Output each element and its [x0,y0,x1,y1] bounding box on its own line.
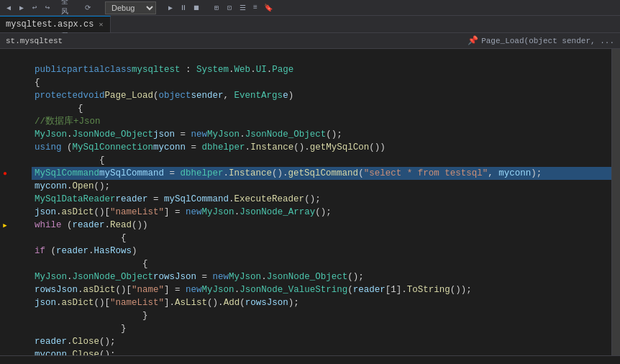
ln-10 [13,180,26,193]
code-line-14: { [32,232,611,245]
ln-2 [13,76,26,89]
bp-13 [0,206,10,219]
bp-23 [0,335,10,348]
bp-10 [0,167,10,180]
bp-14 [0,219,10,232]
ln-12 [13,206,26,219]
ln-22 [13,335,26,348]
tab-mysqltest[interactable]: mysqltest.aspx.cs ✕ [0,16,111,32]
breadcrumb-right-text: Page_Load(object sender, ... [481,37,614,45]
code-content[interactable]: public partial class mysqltest : System.… [32,49,611,355]
ln-8 [13,154,26,167]
bp-16 [0,245,10,258]
bp-9 [0,154,10,167]
ln-3 [13,89,26,102]
code-line-2: { [32,76,611,89]
code-line-21: } [32,322,611,335]
code-line-3: protected void Page_Load(object sender, … [32,89,611,102]
bp-22 [0,322,10,335]
code-line-12: json.asDict()["nameList"] = new MyJson.J… [32,206,611,219]
code-line-5: //数据库+Json [32,115,611,128]
code-line-4: { [32,102,611,115]
code-line-23: myconn.Close(); [32,348,611,355]
tab-close-button[interactable]: ✕ [97,19,104,29]
code-line-22: reader.Close(); [32,335,611,348]
ln-18 [13,283,26,296]
code-line-7: using (MySqlConnection myconn = dbhelper… [32,141,611,154]
bp-19 [0,283,10,296]
breakpoint-gutter [0,49,10,355]
horizontal-scrollbar[interactable] [0,355,620,364]
ln-4 [13,102,26,115]
code-line-20: } [32,309,611,322]
ln-6 [13,128,26,141]
code-editor: public partial class mysqltest : System.… [0,49,620,355]
debug-dropdown[interactable]: Debug Release [105,1,156,14]
breadcrumb-right: 📌 Page_Load(object sender, ... [468,35,614,46]
pause-icon[interactable]: ⏸ [178,2,189,14]
ln-9 [13,167,26,180]
ln-7 [13,141,26,154]
toolbar-icons: ◀ ▶ ↩ ↪ 360安全风险盾 ⟳ Debug Release ▶ ⏸ ⏹ ⊞… [3,1,274,14]
back-icon[interactable]: ◀ [3,2,14,14]
bp-17 [0,258,10,270]
play-icon[interactable]: ▶ [165,2,176,14]
code-line-8: { [32,154,611,167]
ln-23 [13,348,26,355]
grid2-icon[interactable]: ⊡ [224,2,235,14]
bp-5 [0,102,10,115]
ln-21 [13,322,26,335]
ln-19 [13,296,26,309]
breadcrumb-left: st.mysqltest [6,37,63,45]
code-line-6: MyJson.JsonNode_Object json = new MyJson… [32,128,611,141]
indent-icon[interactable]: ☰ [237,2,248,14]
code-line-17: MyJson.JsonNode_Object rowsJson = new My… [32,270,611,283]
code-line-10: myconn.Open(); [32,180,611,193]
code-line-1: public partial class mysqltest : System.… [32,63,611,76]
bp-3 [0,76,10,89]
code-line-15: if (reader.HasRows) [32,245,611,258]
ln-16 [13,258,26,270]
breadcrumb-bar: st.mysqltest 📌 Page_Load(object sender, … [0,33,620,49]
forward-icon[interactable]: ▶ [16,2,27,14]
security-icon: 360安全风险盾 [62,2,73,14]
ln-0 [13,50,26,63]
code-line-11: MySqlDataReader reader = mySqlCommand.Ex… [32,193,611,206]
bp-20 [0,296,10,309]
code-line-0 [32,50,611,63]
bp-12 [0,193,10,206]
line-numbers [10,49,32,355]
ln-14 [13,232,26,245]
pin-icon: 📌 [468,35,478,46]
grid1-icon[interactable]: ⊞ [211,2,222,14]
undo-icon[interactable]: ↩ [29,2,40,14]
bp-15 [0,232,10,245]
bp-8 [0,141,10,154]
bp-7 [0,128,10,141]
code-line-16: { [32,258,611,270]
redo-icon[interactable]: ↪ [42,2,53,14]
stop-icon[interactable]: ⏹ [191,2,202,14]
ln-15 [13,245,26,258]
ln-11 [13,193,26,206]
bp-21 [0,309,10,322]
code-line-19: json.asDict()["nameList"].AsList().Add(r… [32,296,611,309]
bp-6 [0,115,10,128]
bp-1 [0,50,10,63]
code-line-13: while (reader.Read()) [32,219,611,232]
ln-20 [13,309,26,322]
bookmark-icon[interactable]: 🔖 [263,2,274,14]
toolbar: ◀ ▶ ↩ ↪ 360安全风险盾 ⟳ Debug Release ▶ ⏸ ⏹ ⊞… [0,0,620,16]
vertical-scrollbar[interactable] [611,49,620,355]
ln-5 [13,115,26,128]
ln-17 [13,270,26,283]
refresh-icon[interactable]: ⟳ [82,2,94,14]
ln-13 [13,219,26,232]
bp-18 [0,270,10,283]
bp-11 [0,180,10,193]
bp-2 [0,63,10,76]
code-line-18: rowsJson.asDict()["name"] = new MyJson.J… [32,283,611,296]
align-icon[interactable]: ≡ [250,2,261,14]
code-line-9: MySqlCommand mySqlCommand = dbhelper.Ins… [32,167,611,180]
bp-4 [0,89,10,102]
